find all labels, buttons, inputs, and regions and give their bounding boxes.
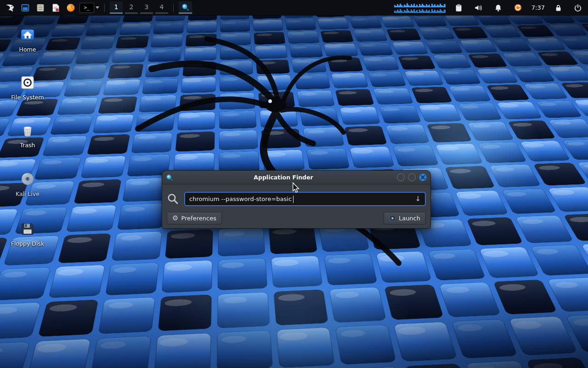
lock-screen-button[interactable] <box>552 1 565 14</box>
desktop-icon-floppy-disk[interactable]: Floppy Disk <box>6 221 50 247</box>
workspace-1[interactable]: 1 <box>110 1 123 14</box>
command-input[interactable]: chromium --password-store=basic ↓ <box>184 192 426 206</box>
notifications-button[interactable] <box>492 1 505 14</box>
workspace-3[interactable]: 3 <box>140 1 153 14</box>
firefox-launcher[interactable] <box>64 1 77 14</box>
trash-icon <box>20 122 35 138</box>
text-cursor <box>293 196 294 203</box>
home-icon <box>20 27 35 42</box>
status-indicator-button[interactable] <box>512 1 525 14</box>
panel-separator <box>173 4 174 12</box>
terminal-selector[interactable]: >_ <box>79 3 99 13</box>
launch-icon <box>389 215 396 222</box>
workspace-label: 4 <box>160 3 164 11</box>
file-cabinet-icon <box>36 3 45 12</box>
desktop-icon-label: Trash <box>20 142 35 149</box>
panel-separator <box>104 4 105 12</box>
application-finder-icon <box>181 3 189 11</box>
panel-right-cluster: 7:37 <box>394 1 584 14</box>
preferences-button[interactable]: ⚙ Preferences <box>167 212 222 224</box>
monitor-graph-icon <box>394 8 446 13</box>
desktop-icon-label: File System <box>11 94 44 101</box>
application-finder-window: Application Finder chromium --password-s… <box>162 170 431 229</box>
desktop-icon-label: Floppy Disk <box>11 240 44 247</box>
dialog-body: chromium --password-store=basic ↓ ⚙ Pref… <box>162 184 430 229</box>
clipboard-manager-button[interactable] <box>452 1 465 14</box>
close-icon <box>421 175 425 179</box>
floppy-disk-icon <box>20 221 35 236</box>
workspace-label: 2 <box>130 3 134 11</box>
clipboard-icon <box>455 3 463 12</box>
text-editor-launcher[interactable] <box>49 1 62 14</box>
taskbar-application-finder[interactable] <box>179 1 192 14</box>
firefox-icon <box>66 3 75 12</box>
titlebar[interactable]: Application Finder <box>162 171 430 184</box>
file-manager-icon <box>21 3 30 12</box>
file-system-icon <box>20 75 35 90</box>
file-manager-launcher[interactable] <box>19 1 32 14</box>
terminal-icon: >_ <box>79 3 94 13</box>
applications-menu-button[interactable] <box>4 1 17 14</box>
volume-button[interactable] <box>472 1 485 14</box>
window-title: Application Finder <box>173 174 394 181</box>
maximize-button[interactable] <box>408 173 416 181</box>
bell-icon <box>494 4 502 12</box>
workspace-2[interactable]: 2 <box>125 1 138 14</box>
file-cabinet-launcher[interactable] <box>34 1 47 14</box>
status-indicator-icon <box>514 4 522 12</box>
logout-button[interactable] <box>571 1 584 14</box>
volume-icon <box>474 4 483 12</box>
close-button[interactable] <box>419 173 427 181</box>
desktop-icon-trash[interactable]: Trash <box>6 122 50 149</box>
text-editor-icon <box>51 3 60 12</box>
desktop-icon-file-system[interactable]: File System <box>6 75 50 101</box>
top-panel: >_ 1 2 3 4 <box>0 0 588 15</box>
workspace-label: 3 <box>145 3 149 11</box>
desktop-icon-label: Home <box>19 46 36 53</box>
clock[interactable]: 7:37 <box>531 4 545 11</box>
desktop-icon-home[interactable]: Home <box>6 27 50 53</box>
workspace-label: 1 <box>114 3 119 11</box>
kali-menu-icon <box>5 2 16 13</box>
system-monitor-widget[interactable] <box>394 2 446 14</box>
minimize-button[interactable] <box>397 173 405 181</box>
workspace-4[interactable]: 4 <box>155 1 168 14</box>
terminal-prompt-glyph: >_ <box>84 5 90 10</box>
application-finder-icon <box>166 174 173 181</box>
launch-button[interactable]: Launch <box>384 212 426 224</box>
desktop-icon-kali-live[interactable]: Kali Live <box>6 171 50 197</box>
terminal-dropdown-caret-icon[interactable] <box>96 6 99 9</box>
history-dropdown-icon[interactable]: ↓ <box>415 196 421 202</box>
search-icon <box>167 193 179 205</box>
desktop-icon-label: Kali Live <box>16 190 40 197</box>
disc-icon <box>20 171 35 187</box>
lock-icon <box>554 4 562 12</box>
command-text: chromium --password-store=basic <box>189 196 292 202</box>
monitor-graph-icon <box>394 3 446 7</box>
gear-icon: ⚙ <box>172 215 178 222</box>
power-icon <box>574 4 582 12</box>
